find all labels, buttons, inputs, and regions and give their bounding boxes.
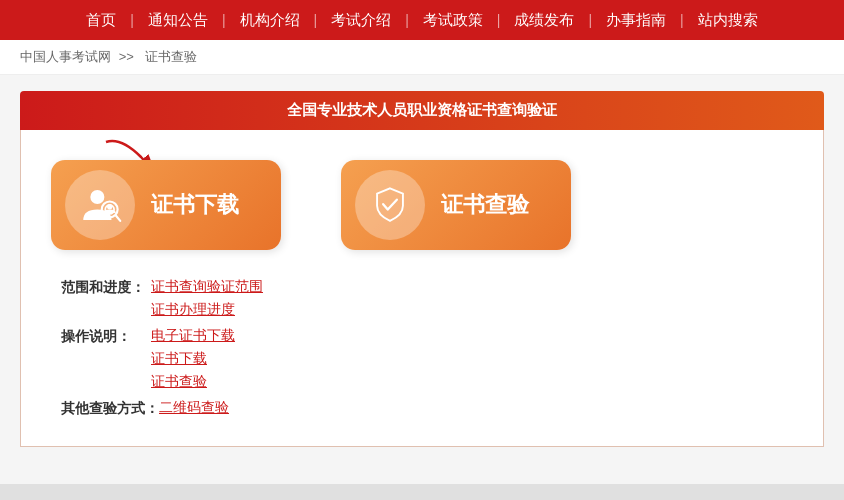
link-qrcode-verify[interactable]: 二维码查验	[159, 399, 229, 417]
link-cert-progress[interactable]: 证书办理进度	[151, 301, 263, 319]
svg-point-5	[107, 204, 112, 209]
buttons-row: 证书下载 证书查验	[51, 160, 793, 250]
breadcrumb: 中国人事考试网 >> 证书查验	[0, 40, 844, 75]
info-section: 范围和进度： 证书查询验证范围 证书办理进度 操作说明： 电子证书下载 证书下载…	[61, 278, 793, 418]
scope-links: 证书查询验证范围 证书办理进度	[151, 278, 263, 319]
cert-download-container: 证书下载	[51, 160, 281, 250]
info-label-scope: 范围和进度：	[61, 278, 151, 297]
nav-notice[interactable]: 通知公告	[134, 0, 222, 40]
link-cert-scope[interactable]: 证书查询验证范围	[151, 278, 263, 296]
info-label-other: 其他查验方式：	[61, 399, 159, 418]
shield-icon	[355, 170, 425, 240]
cert-download-button[interactable]: 证书下载	[51, 160, 281, 250]
main-content: 全国专业技术人员职业资格证书查询验证	[0, 75, 844, 463]
nav-home[interactable]: 首页	[72, 0, 130, 40]
nav-guide[interactable]: 办事指南	[592, 0, 680, 40]
nav-site-search[interactable]: 站内搜索	[684, 0, 772, 40]
svg-line-4	[116, 216, 120, 221]
info-row-other: 其他查验方式： 二维码查验	[61, 399, 793, 418]
link-ecert-download[interactable]: 电子证书下载	[151, 327, 235, 345]
info-row-operation: 操作说明： 电子证书下载 证书下载 证书查验	[61, 327, 793, 391]
info-label-operation: 操作说明：	[61, 327, 151, 346]
link-cert-download-op[interactable]: 证书下载	[151, 350, 235, 368]
card-container: 证书下载 证书查验 范围和进度：	[20, 130, 824, 447]
breadcrumb-current: 证书查验	[145, 49, 197, 64]
breadcrumb-home[interactable]: 中国人事考试网	[20, 49, 111, 64]
info-row-scope: 范围和进度： 证书查询验证范围 证书办理进度	[61, 278, 793, 319]
nav-about[interactable]: 机构介绍	[226, 0, 314, 40]
section-title: 全国专业技术人员职业资格证书查询验证	[287, 101, 557, 118]
user-group-icon	[65, 170, 135, 240]
breadcrumb-separator: >>	[119, 49, 134, 64]
other-links: 二维码查验	[159, 399, 229, 417]
top-navigation: 首页 | 通知公告 | 机构介绍 | 考试介绍 | 考试政策 | 成绩发布 | …	[0, 0, 844, 40]
section-header: 全国专业技术人员职业资格证书查询验证	[20, 91, 824, 130]
link-cert-verify-op[interactable]: 证书查验	[151, 373, 235, 391]
cert-verify-button[interactable]: 证书查验	[341, 160, 571, 250]
nav-scores[interactable]: 成绩发布	[500, 0, 588, 40]
svg-point-1	[90, 190, 104, 204]
nav-exam-intro[interactable]: 考试介绍	[317, 0, 405, 40]
cert-verify-label: 证书查验	[441, 190, 529, 220]
bottom-scrollbar[interactable]	[0, 484, 844, 500]
cert-download-label: 证书下载	[151, 190, 239, 220]
nav-exam-policy[interactable]: 考试政策	[409, 0, 497, 40]
operation-links: 电子证书下载 证书下载 证书查验	[151, 327, 235, 391]
